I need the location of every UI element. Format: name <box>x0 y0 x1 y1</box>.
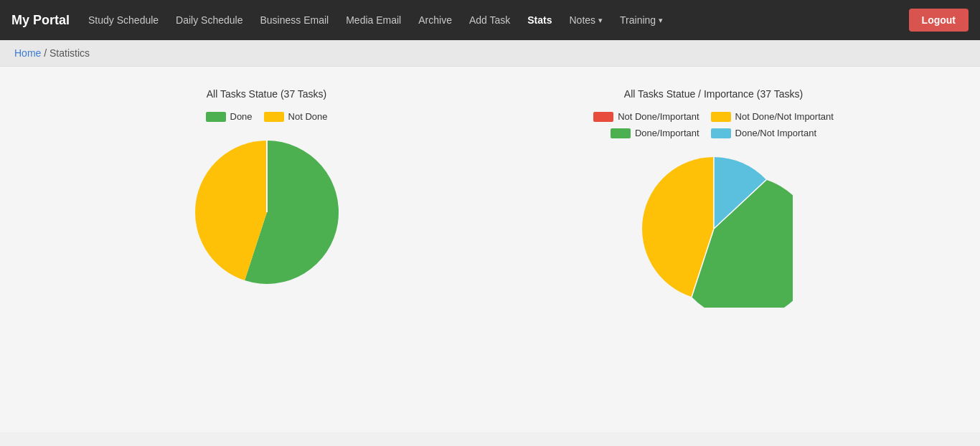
charts-container: All Tasks Statue (37 Tasks) Done Not Don… <box>14 88 966 308</box>
breadcrumb-current: Statistics <box>50 47 90 59</box>
chart1-title: All Tasks Statue (37 Tasks) <box>207 88 327 100</box>
chart2-dni-label: Done/Not Important <box>735 128 816 138</box>
chart2-title: All Tasks Statue / Importance (37 Tasks) <box>624 88 803 100</box>
chart1-legend-notdone: Not Done <box>264 111 328 122</box>
chart1-legend-done: Done <box>206 111 253 122</box>
chart2-legend-ndi: Not Done/Important <box>593 111 699 122</box>
chart2-ndi-color <box>593 112 613 122</box>
chart2-ndni-color <box>711 112 731 122</box>
chart2-pie <box>635 150 793 308</box>
nav-archive[interactable]: Archive <box>411 9 459 32</box>
nav-business-email[interactable]: Business Email <box>253 9 336 32</box>
breadcrumb-home[interactable]: Home <box>14 47 41 59</box>
chart2-di-label: Done/Important <box>635 128 699 138</box>
nav-media-email[interactable]: Media Email <box>339 9 408 32</box>
chart2-di-color <box>611 128 631 138</box>
chart2-legend-ndni: Not Done/Not Important <box>711 111 834 122</box>
navbar: My Portal Study Schedule Daily Schedule … <box>0 0 980 40</box>
logout-button[interactable]: Logout <box>909 9 969 32</box>
nav-stats[interactable]: Stats <box>520 9 559 32</box>
main-content: All Tasks Statue (37 Tasks) Done Not Don… <box>0 67 980 432</box>
chart2-section: All Tasks Statue / Importance (37 Tasks)… <box>512 88 915 308</box>
footer: مستقل mostaqi.com <box>0 432 980 446</box>
nav-daily-schedule[interactable]: Daily Schedule <box>169 9 250 32</box>
chart1-section: All Tasks Statue (37 Tasks) Done Not Don… <box>65 88 468 291</box>
brand: My Portal <box>11 13 70 28</box>
chart1-done-label: Done <box>230 111 253 122</box>
chart1-done-color <box>206 112 226 122</box>
nav-add-task[interactable]: Add Task <box>462 9 517 32</box>
chart2-legend-di: Done/Important <box>611 128 699 138</box>
chart2-ndni-label: Not Done/Not Important <box>735 111 834 122</box>
breadcrumb-separator: / <box>44 47 47 59</box>
chart1-notdone-color <box>264 112 284 122</box>
chart2-ndi-label: Not Done/Important <box>618 111 699 122</box>
chart2-legend-dni: Done/Not Important <box>711 128 816 138</box>
breadcrumb: Home / Statistics <box>0 40 980 67</box>
chart1-pie <box>188 133 346 291</box>
chart1-legend: Done Not Done <box>206 111 328 122</box>
chart2-dni-color <box>711 128 731 138</box>
nav-notes[interactable]: Notes <box>562 9 611 32</box>
chart2-legend: Not Done/Important Not Done/Not Importan… <box>563 111 864 138</box>
chart1-notdone-label: Not Done <box>288 111 328 122</box>
nav-study-schedule[interactable]: Study Schedule <box>81 9 166 32</box>
nav-training[interactable]: Training <box>613 9 670 32</box>
